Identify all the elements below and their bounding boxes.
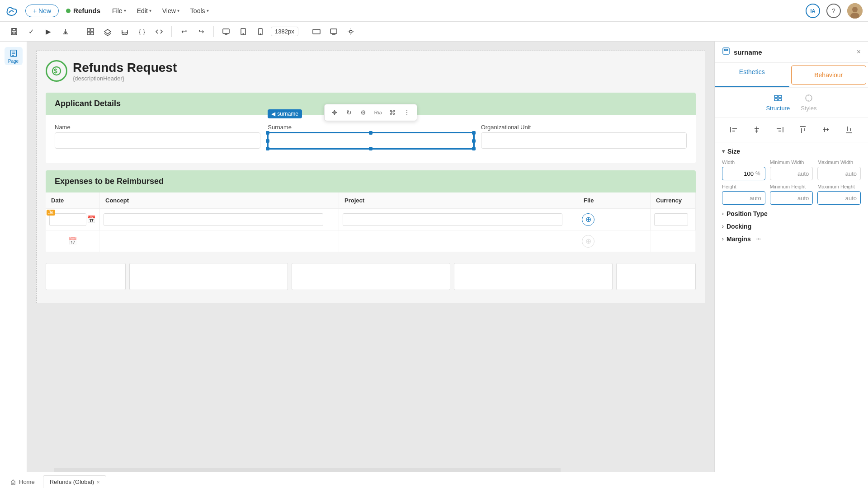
refunds-tab[interactable]: Refunds (Global) × — [43, 475, 107, 488]
align-center-h-btn[interactable] — [750, 123, 764, 136]
layers-button[interactable] — [101, 25, 114, 38]
size-section: ▾ Size Width % Minimum Width auto — [722, 148, 861, 205]
position-type-title[interactable]: › Position Type — [722, 210, 861, 217]
panel-close-button[interactable]: × — [857, 48, 861, 56]
menu-bar: File▾ Edit▾ View▾ Tools▾ — [108, 5, 213, 16]
svg-point-13 — [243, 33, 244, 34]
user-avatar[interactable] — [847, 3, 863, 19]
align-bottom-btn[interactable] — [842, 123, 856, 136]
sidebar-item-page[interactable]: Page — [5, 47, 23, 65]
tab-behaviour[interactable]: Behaviour — [791, 66, 867, 84]
float-rx-btn[interactable]: Rω — [372, 106, 384, 119]
svg-rect-7 — [91, 28, 94, 31]
float-link-btn[interactable]: ⌘ — [386, 106, 399, 119]
min-width-label: Minimum Width — [770, 160, 813, 165]
redo-button[interactable]: ↪ — [194, 25, 208, 38]
components-button[interactable] — [84, 25, 97, 38]
sub-tabs: Structure Styles — [715, 88, 868, 117]
help-button[interactable]: ? — [826, 4, 841, 18]
size-section-title[interactable]: ▾ Size — [722, 148, 861, 155]
min-width-group: Minimum Width auto — [770, 160, 813, 180]
check-button[interactable]: ✓ — [24, 25, 38, 38]
code-editor-button[interactable] — [152, 25, 166, 38]
bottom-cell-5 — [616, 263, 696, 290]
table-row-2: 📅 ⊕ — [46, 230, 696, 252]
float-more-btn[interactable]: ⋮ — [401, 106, 413, 119]
margins-title[interactable]: › Margins — [722, 235, 861, 243]
sub-tab-styles-label: Styles — [801, 105, 816, 112]
max-width-group: Maximum Width auto — [817, 160, 861, 180]
svg-rect-9 — [91, 32, 94, 35]
bottom-row — [46, 259, 696, 294]
undo-button[interactable]: ↩ — [177, 25, 191, 38]
home-tab[interactable]: Home — [4, 476, 41, 488]
data-button[interactable] — [118, 25, 132, 38]
org-unit-input[interactable] — [481, 132, 687, 149]
max-height-input[interactable]: auto — [817, 191, 861, 205]
row1-project-input[interactable] — [343, 213, 562, 226]
bottom-cell-1 — [46, 263, 126, 290]
col-currency: Currency — [651, 192, 696, 208]
name-input[interactable] — [55, 132, 260, 149]
form-title-group: Refunds Request {descriptionHeader} — [73, 61, 177, 82]
docking-label: Docking — [726, 223, 751, 230]
surname-input[interactable] — [268, 132, 473, 149]
ia-button[interactable]: IA — [806, 4, 820, 18]
canvas-area[interactable]: $ Refunds Request {descriptionHeader} Ap… — [27, 42, 714, 472]
align-right-btn[interactable] — [773, 123, 787, 136]
menu-tools[interactable]: Tools▾ — [186, 5, 213, 16]
svg-rect-17 — [330, 29, 337, 33]
align-left-btn[interactable] — [727, 123, 741, 136]
min-height-input[interactable]: auto — [770, 191, 813, 205]
docking-title[interactable]: › Docking — [722, 223, 861, 230]
file-upload-btn-2[interactable]: ⊕ — [582, 235, 594, 248]
name-label: Name — [55, 124, 260, 131]
tab-esthetics[interactable]: Esthetics — [715, 63, 789, 87]
width-label: Width — [722, 160, 765, 165]
desktop-view-button[interactable] — [219, 25, 233, 38]
topbar: + New Refunds File▾ Edit▾ View▾ Tools▾ I… — [0, 0, 868, 22]
float-move-btn[interactable]: ✥ — [328, 106, 341, 119]
row1-concept-input[interactable] — [104, 213, 323, 226]
svg-rect-16 — [313, 29, 320, 34]
bottom-cell-3 — [292, 263, 450, 290]
save-button[interactable] — [7, 25, 21, 38]
sub-tab-styles[interactable]: Styles — [801, 93, 816, 112]
responsive-button[interactable] — [310, 25, 323, 38]
row1-currency-input[interactable] — [654, 213, 688, 226]
min-width-input[interactable]: auto — [770, 167, 813, 180]
applicant-section: Applicant Details Name — [46, 93, 696, 163]
file-upload-btn-1[interactable]: ⊕ — [582, 213, 594, 226]
max-height-group: Maximum Height auto — [817, 184, 861, 205]
width-input[interactable] — [736, 170, 754, 177]
app-logo — [5, 5, 18, 17]
float-toolbar: ✥ ↻ ⚙ Rω ⌘ ⋮ — [324, 104, 417, 121]
mobile-view-button[interactable] — [254, 25, 267, 38]
applicant-section-body: Name ✥ ↻ ⚙ — [46, 115, 696, 163]
code-button[interactable]: { } — [135, 25, 149, 38]
row2-date-cell: 📅 — [46, 230, 100, 252]
menu-edit[interactable]: Edit▾ — [132, 5, 156, 16]
surname-tag-arrow: ◀ — [271, 111, 275, 117]
tablet-view-button[interactable] — [236, 25, 250, 38]
menu-view[interactable]: View▾ — [158, 5, 184, 16]
float-settings-btn[interactable]: ⚙ — [357, 106, 370, 119]
preview-button[interactable] — [327, 25, 340, 38]
max-width-input[interactable]: auto — [817, 167, 861, 180]
sub-tab-structure[interactable]: Structure — [766, 93, 790, 112]
new-button[interactable]: + New — [25, 5, 59, 17]
refunds-tab-close[interactable]: × — [97, 479, 99, 485]
run-button[interactable]: ▶ — [42, 25, 55, 38]
right-panel: surname × Esthetics Behaviour Structure … — [714, 42, 868, 472]
height-input[interactable]: auto — [722, 191, 765, 205]
page-frame: $ Refunds Request {descriptionHeader} Ap… — [36, 51, 705, 303]
float-rotate-btn[interactable]: ↻ — [343, 106, 355, 119]
align-top-btn[interactable] — [796, 123, 810, 136]
min-height-label: Minimum Height — [770, 184, 813, 189]
menu-file[interactable]: File▾ — [108, 5, 131, 16]
align-center-v-btn[interactable] — [819, 123, 833, 136]
settings-button[interactable] — [344, 25, 358, 38]
separator-4 — [304, 26, 304, 37]
export-button[interactable] — [59, 25, 72, 38]
h-scrollbar[interactable] — [54, 468, 561, 472]
